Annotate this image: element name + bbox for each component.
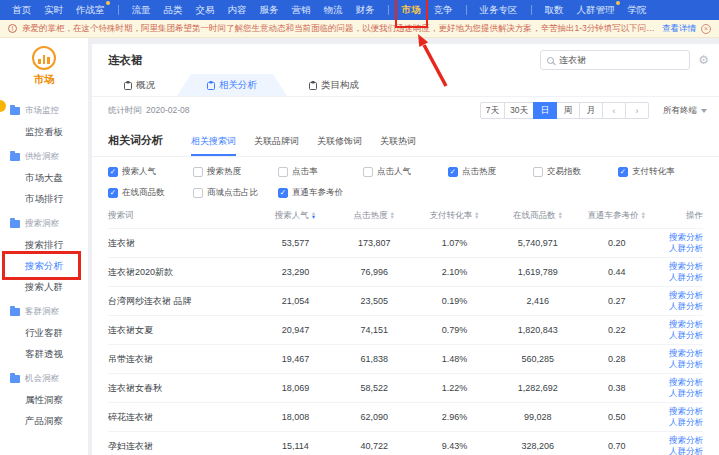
keyword-cell: 孕妇连衣裙 [108, 440, 257, 453]
nav-item-data-fetch[interactable]: 取数 [545, 4, 564, 17]
search-analysis-link[interactable]: 搜索分析 [669, 435, 703, 446]
search-analysis-link[interactable]: 搜索分析 [669, 406, 703, 417]
sidebar-item-search-analysis[interactable]: 搜索分析 [0, 255, 88, 276]
close-icon[interactable]: × [701, 24, 711, 34]
search-analysis-link[interactable]: 搜索分析 [669, 261, 703, 272]
tab-related-modifier-words[interactable]: 关联修饰词 [317, 135, 362, 156]
nav-item-business-zone[interactable]: 业务专区 [480, 4, 518, 17]
new-badge [106, 1, 110, 5]
folder-icon [10, 308, 20, 316]
tab-category-composition[interactable]: 类目构成 [287, 74, 381, 96]
tab-overview[interactable]: 概况 [102, 74, 177, 96]
keyword-search-box[interactable] [540, 50, 690, 70]
filter-click-heat[interactable]: ✓点击热度 [448, 166, 533, 178]
clipboard-icon [309, 81, 317, 90]
sidebar-item-product-insight[interactable]: 产品洞察 [0, 410, 88, 431]
filter-search-popularity[interactable]: ✓搜索人气 [108, 166, 193, 178]
next-period-button[interactable]: › [625, 102, 649, 119]
nav-item-realtime[interactable]: 实时 [44, 4, 63, 17]
sidebar-item-monitor-board[interactable]: 监控看板 [0, 121, 88, 142]
sidebar-item-crowd-perspective[interactable]: 客群透视 [0, 343, 88, 364]
col-search-popularity[interactable]: 搜索人气▲▼ [257, 210, 334, 222]
market-logo-icon [32, 46, 56, 70]
keyword-cell: 连衣裙2020新款 [108, 266, 257, 279]
crowd-analysis-link[interactable]: 人群分析 [669, 301, 703, 312]
nav-item-finance[interactable]: 财务 [356, 4, 375, 17]
tab-related-brand-words[interactable]: 关联品牌词 [254, 135, 299, 156]
crowd-analysis-link[interactable]: 人群分析 [669, 272, 703, 283]
crowd-analysis-link[interactable]: 人群分析 [669, 446, 703, 455]
crowd-analysis-link[interactable]: 人群分析 [669, 388, 703, 399]
crowd-analysis-link[interactable]: 人群分析 [669, 330, 703, 341]
stats-time-row: 统计时间 2020-02-08 7天 30天 日 周 月 ‹ › [92, 97, 719, 125]
nav-item-market[interactable]: 市场 [402, 4, 421, 17]
col-conversion[interactable]: 支付转化率▲▼ [414, 210, 494, 222]
nav-item-competition[interactable]: 竞争 [434, 4, 453, 17]
filter-trade-index[interactable]: 交易指数 [533, 166, 618, 178]
new-badge [616, 1, 620, 5]
crowd-analysis-link[interactable]: 人群分析 [669, 417, 703, 428]
nav-item-traffic[interactable]: 流量 [132, 4, 151, 17]
nav-item-marketing[interactable]: 营销 [292, 4, 311, 17]
notice-text: 亲爱的掌柜，在这个特殊时期，阿里集团希望第一时间了解您生意动态和当前面临的问题，… [22, 23, 657, 35]
filter-online-products[interactable]: ✓在线商品数 [108, 187, 193, 199]
table-row: 连衣裙女春秋 18,069 58,522 1.22% 1,282,692 0.3… [108, 373, 703, 402]
period-week-button[interactable]: 周 [556, 102, 580, 119]
search-analysis-link[interactable]: 搜索分析 [669, 348, 703, 359]
sidebar-item-market-ranking[interactable]: 市场排行 [0, 188, 88, 209]
col-click-heat[interactable]: 点击热度▲▼ [334, 210, 414, 222]
sort-desc-icon[interactable]: ▼ [311, 216, 316, 219]
period-day-button[interactable]: 日 [533, 102, 557, 119]
table-row: 连衣裙2020新款 23,290 76,996 2.10% 1,619,789 … [108, 257, 703, 286]
sort-desc-icon[interactable]: ▼ [557, 216, 562, 219]
nav-item-trade[interactable]: 交易 [196, 4, 215, 17]
col-ppc[interactable]: 直通车参考价▲▼ [581, 210, 652, 222]
nav-item-service[interactable]: 服务 [260, 4, 279, 17]
checkbox-checked-icon: ✓ [448, 167, 458, 177]
filter-mall-click-share[interactable]: 商城点击占比 [193, 187, 278, 199]
nav-item-academy[interactable]: 学院 [628, 4, 647, 17]
checkbox-icon [193, 188, 203, 198]
prev-period-button[interactable]: ‹ [602, 102, 626, 119]
folder-icon [10, 375, 20, 383]
col-online-products[interactable]: 在线商品数▲▼ [495, 210, 581, 222]
sidebar-item-attribute-insight[interactable]: 属性洞察 [0, 389, 88, 410]
tab-related-hot-words[interactable]: 关联热词 [380, 135, 416, 156]
terminal-filter-dropdown[interactable]: 所有终端 [663, 105, 707, 117]
notice-detail-link[interactable]: 查看详情 [662, 23, 696, 35]
search-analysis-link[interactable]: 搜索分析 [669, 232, 703, 243]
checkbox-icon [363, 167, 373, 177]
sort-desc-icon[interactable]: ▼ [390, 216, 395, 219]
search-analysis-link[interactable]: 搜索分析 [669, 377, 703, 388]
tab-related-analysis[interactable]: 相关分析 [177, 74, 287, 96]
crowd-analysis-link[interactable]: 人群分析 [669, 359, 703, 370]
filter-search-heat[interactable]: 搜索热度 [193, 166, 278, 178]
search-analysis-link[interactable]: 搜索分析 [669, 290, 703, 301]
annotation-red-box-market [395, 0, 428, 28]
nav-item-logistics[interactable]: 物流 [324, 4, 343, 17]
nav-item-crowd-management[interactable]: 人群管理 [577, 4, 615, 17]
sidebar-group-market-monitor: 市场监控 [0, 101, 88, 121]
sidebar: 市场 市场监控 监控看板 供给洞察 市场大盘 市场排行 搜索洞察 搜索排行 搜索… [0, 38, 88, 455]
sidebar-item-market-overview[interactable]: 市场大盘 [0, 167, 88, 188]
filter-click-rate[interactable]: 点击率 [278, 166, 363, 178]
keyword-search-input[interactable] [559, 55, 683, 65]
period-7d-button[interactable]: 7天 [480, 102, 505, 119]
gear-icon[interactable]: ⚙ [698, 54, 709, 66]
sort-desc-icon[interactable]: ▼ [640, 216, 645, 219]
search-analysis-link[interactable]: 搜索分析 [669, 319, 703, 330]
filter-conversion-rate[interactable]: ✓支付转化率 [618, 166, 703, 178]
nav-item-warroom[interactable]: 作战室 [76, 4, 105, 17]
sort-desc-icon[interactable]: ▼ [474, 216, 479, 219]
filter-click-popularity[interactable]: 点击人气 [363, 166, 448, 178]
sidebar-group-opportunity-insight: 机会洞察 [0, 369, 88, 389]
period-month-button[interactable]: 月 [579, 102, 603, 119]
nav-item-category[interactable]: 品类 [164, 4, 183, 17]
crowd-analysis-link[interactable]: 人群分析 [669, 243, 703, 254]
nav-item-content[interactable]: 内容 [228, 4, 247, 17]
nav-item-home[interactable]: 首页 [12, 4, 31, 17]
tab-related-search-words[interactable]: 相关搜索词 [191, 135, 236, 156]
sidebar-item-industry-crowd[interactable]: 行业客群 [0, 322, 88, 343]
filter-ppc-reference[interactable]: ✓直通车参考价 [278, 187, 363, 199]
period-30d-button[interactable]: 30天 [504, 102, 534, 119]
